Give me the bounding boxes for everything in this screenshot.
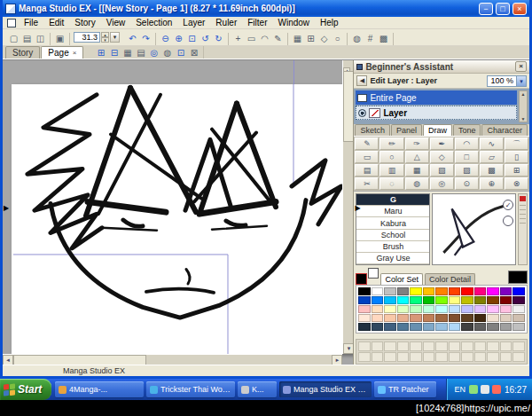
color-swatch[interactable] [474,314,487,322]
pen-gray-use[interactable]: Gray Use [356,253,429,264]
empty-color-slot[interactable] [397,352,410,362]
tab-page[interactable]: Page × [41,46,83,59]
current-color-box[interactable] [508,271,528,284]
taskbar-task[interactable]: Trickster Thai World... [146,381,235,397]
lasso-tool-icon[interactable]: ◠ [258,33,271,44]
draw-tool-20[interactable]: ⊞ [505,164,528,177]
page-grid-icon[interactable]: ▦ [121,47,134,59]
draw-tool-6[interactable]: ⌒ [505,137,528,150]
empty-color-slot[interactable] [397,341,410,351]
color-swatch[interactable] [487,305,499,313]
color-swatch[interactable] [487,314,499,322]
rotate-right-icon[interactable]: ↻ [212,33,225,44]
color-swatch[interactable] [449,314,461,322]
new-page-icon[interactable]: ▢ [7,33,20,44]
color-swatch[interactable] [435,287,448,295]
color-swatch[interactable] [384,287,396,295]
background-color-swatch[interactable] [368,268,379,279]
assistant-title-bar[interactable]: Beginner's Assistant × [354,60,529,74]
color-swatch[interactable] [500,287,512,295]
tab-close-icon[interactable]: × [73,47,77,59]
zoom-dropdown-icon[interactable]: ▾ [110,32,120,43]
slider-marker[interactable] [520,196,526,201]
fit-view-icon[interactable]: ⊡ [174,47,187,59]
menu-item-file[interactable]: File [19,18,43,27]
panel-icon[interactable]: # [364,33,377,44]
empty-color-slot[interactable] [474,341,487,351]
color-swatch[interactable] [384,305,396,313]
color-swatch[interactable] [410,314,422,322]
spin-down-icon[interactable]: ▾ [101,37,109,43]
menu-item-help[interactable]: Help [315,18,344,27]
color-swatch[interactable] [397,323,410,331]
pen-tool-icon[interactable]: ✎ [271,33,285,44]
draw-tool-22[interactable]: ◌ [379,177,403,190]
vertical-scroll-thumb[interactable] [343,71,353,142]
color-swatch[interactable] [372,323,384,331]
color-swatch[interactable] [435,296,448,304]
pen-school[interactable]: School [356,230,429,241]
empty-color-slot[interactable] [358,341,371,351]
assistant-tab-sketch[interactable]: Sketch [355,124,390,136]
horizontal-scroll-thumb[interactable] [13,355,146,365]
empty-color-slot[interactable] [372,341,384,351]
scroll-down-icon[interactable]: ▼ [520,116,527,122]
close-button[interactable]: × [512,3,527,15]
color-swatch[interactable] [358,305,371,313]
color-swatch[interactable] [397,314,410,322]
draw-tool-1[interactable]: ✏ [379,137,403,150]
left-palette-collapse-icon[interactable]: ▶ [4,205,9,212]
color-swatch[interactable] [372,287,384,295]
color-swatch[interactable] [384,296,396,304]
pen-brush[interactable]: Brush [356,241,429,253]
draw-tool-0[interactable]: ✎ [355,137,379,150]
assistant-tab-character[interactable]: Character [481,124,528,136]
grid-icon[interactable]: ▦ [291,33,304,44]
color-swatch[interactable] [449,323,461,331]
empty-color-slot[interactable] [512,341,525,351]
snap-icon[interactable]: ⊞ [304,33,317,44]
open-icon[interactable]: ▤ [20,33,34,44]
menu-item-ruler[interactable]: Ruler [210,18,242,27]
color-swatch[interactable] [372,296,384,304]
empty-color-slot[interactable] [435,352,448,362]
pen-ok-button[interactable]: ✓ [503,200,513,210]
menu-item-filter[interactable]: Filter [242,18,272,27]
color-swatch[interactable] [410,305,422,313]
color-swatch[interactable] [410,296,422,304]
tab-story[interactable]: Story [5,46,40,59]
draw-tool-24[interactable]: ◎ [430,177,454,190]
messenger-tray-icon[interactable] [492,385,501,394]
assistant-tab-panel[interactable]: Panel [391,124,422,136]
color-swatch[interactable] [449,296,461,304]
color-swatch[interactable] [474,296,487,304]
menu-item-story[interactable]: Story [69,18,100,27]
color-swatch[interactable] [358,314,371,322]
pen-option-button[interactable] [503,216,513,226]
scroll-left-icon[interactable]: ◄ [3,355,13,365]
color-swatch[interactable] [500,323,512,331]
pen-kabura[interactable]: Kabura [356,217,429,229]
restore-button[interactable]: □ [496,3,510,15]
volume-tray-icon[interactable] [481,385,489,394]
draw-tool-4[interactable]: ◠ [455,137,479,150]
color-swatch[interactable] [372,305,384,313]
shape-icon[interactable]: ○ [331,33,344,44]
fit-page-icon[interactable]: ⊡ [185,33,199,44]
draw-tool-3[interactable]: ✒ [430,137,454,150]
layer-row-layer[interactable]: Layer [356,106,517,120]
draw-tool-9[interactable]: △ [405,151,429,163]
color-swatch[interactable] [474,305,487,313]
canvas-area[interactable]: ▲ ▼ ◄ ► ▶ [3,60,353,365]
save-icon[interactable]: ◫ [34,33,47,44]
opacity-dropdown-icon[interactable]: ▾ [516,76,526,86]
empty-color-slot[interactable] [474,352,487,362]
color-swatch[interactable] [423,323,435,331]
color-swatch[interactable] [384,314,396,322]
color-swatch[interactable] [410,323,422,331]
close-view-icon[interactable]: ⊠ [187,47,200,59]
empty-color-slot[interactable] [487,352,499,362]
layer-list-scrollbar[interactable]: ▲ ▼ [519,90,528,122]
move-tool-icon[interactable]: + [231,33,245,44]
view-split-icon[interactable]: ⊞ [94,47,107,59]
